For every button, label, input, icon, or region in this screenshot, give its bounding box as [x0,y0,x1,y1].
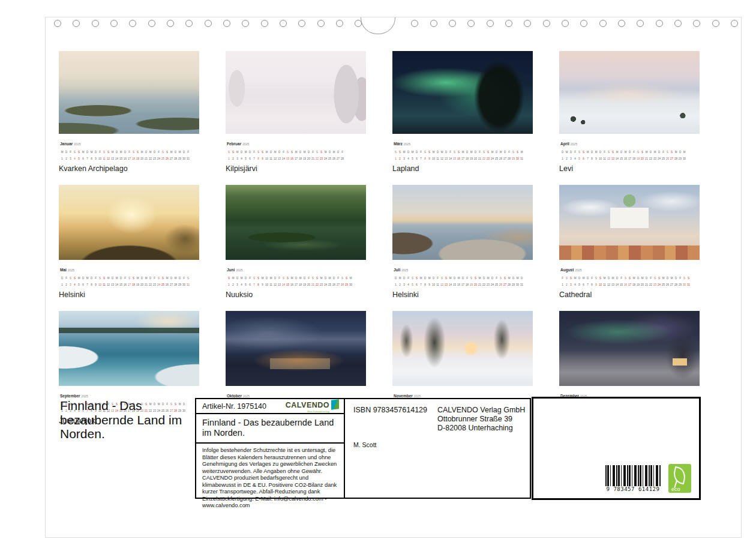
day-numbers: 1234567891011121314151617181920212223242… [227,155,366,161]
binding-hole [449,20,456,27]
product-info-box: Artikel-Nr. 1975140 CALVENDO Mein Kalend… [195,398,531,499]
month-label: Februar [227,142,241,146]
year-label: 2025 [74,142,80,146]
month-label: Januar [60,142,73,146]
month-photo [559,51,700,134]
weekday-letters: MDFSSMDMDFSSMDMDFSSMDMDFSSMDMDF [60,148,199,154]
month-label: Juli [394,268,400,272]
month-caption: Helsinki [392,291,533,299]
isbn-publisher-row: ISBN 9783457614129 CALVENDO Verlag GmbH … [353,406,526,432]
month-photo [226,311,366,386]
year-label: 2025 [236,268,242,272]
mini-calendar-strip: April2025DMDFSSMDMDFSSMDMDFSSMDMDFSSMDM1… [559,137,700,160]
month-caption: Kvarken Archipelago [59,164,199,173]
calvendo-logo: CALVENDO Mein Kalenderverlag [286,399,339,413]
eco-leaf-icon [671,466,688,484]
month-thumbnail-juni: Juni2025SMDMDFSSMDMDFSSMDMDFSSMDMDFSSM12… [226,185,366,299]
author-name: M. Scott [353,441,526,448]
mini-calendar-strip: März2025SSMDMDFSSMDMDFSSMDMDFSSMDMDFSSM1… [392,137,533,160]
day-numbers: 1234567891011121314151617181920212223242… [560,155,700,161]
mini-calendar-strip: Februar2025SSMDMDFSSMDMDFSSMDMDFSSMDMDF1… [226,137,366,160]
day-numbers: 1234567891011121314151617181920212223242… [60,281,199,287]
legal-text: Infolge bestehender Schutzrechte ist es … [196,444,344,513]
day-numbers: 1234567891011121314151617181920212223242… [227,281,366,287]
binding-hole [562,20,569,27]
weekday-letters: SSMDMDFSSMDMDFSSMDMDFSSMDMDF [227,148,366,154]
month-label: August [560,268,574,272]
weekday-letters: DMDFSSMDMDFSSMDMDFSSMDMDFSSMDMD [394,274,533,280]
month-label: Oktober [227,394,242,398]
binding-hole [430,20,437,27]
binding-hole [543,20,550,27]
month-thumbnail-mai: Mai2025DFSSMDMDFSSMDMDFSSMDMDFSSMDMDFS12… [59,185,199,299]
month-thumbnail-august: August2025FSSMDMDFSSMDMDFSSMDMDFSSMDMDFS… [559,185,700,299]
month-label: September [60,394,80,398]
mini-calendar-strip: Januar2025MDFSSMDMDFSSMDMDFSSMDMDFSSMDMD… [59,137,199,160]
binding-hole [280,20,287,27]
year-label: 2025 [68,268,74,272]
weekday-letters: FSSMDMDFSSMDMDFSSMDMDFSSMDMDFSS [560,274,700,280]
binding-hole [148,20,155,27]
binding-hole [674,20,682,27]
year-label: 2025 [571,142,577,146]
barcode-digits: 9 783457 614129 [605,486,661,492]
month-photo [559,311,700,386]
month-caption: Levi [559,164,700,173]
calvendo-flag-icon [331,399,339,409]
binding-hole [205,20,212,27]
day-numbers: 1234567891011121314151617181920212223242… [560,281,700,287]
binding-hole [487,20,494,27]
year-label: 2025 [575,268,581,272]
month-caption: Cathedral [559,291,700,299]
eco-label: eco [671,486,680,492]
box-calendar-title: Finnland - Das bezaubernde Land im Norde… [196,414,344,444]
month-photo [559,185,700,260]
binding-hole [223,20,230,27]
months-row: Januar2025MDFSSMDMDFSSMDMDFSSMDMDFSSMDMD… [59,51,727,173]
month-label: November [394,394,413,398]
article-number: Artikel-Nr. 1975140 [202,402,266,411]
calendar-title: Finnland - Das bezaubernde Land im Norde… [60,399,196,441]
info-right-column: ISBN 9783457614129 CALVENDO Verlag GmbH … [345,399,530,498]
year-label: 2025 [242,142,249,146]
barcode-box: 9 783457 614129 eco [532,397,701,500]
binding-hole [317,20,325,27]
month-photo [226,185,366,260]
month-thumbnail-februar: Februar2025SSMDMDFSSMDMDFSSMDMDFSSMDMDF1… [226,51,366,173]
eco-badge: eco [668,464,691,493]
month-label: Mai [60,268,67,272]
weekday-letters: SMDMDFSSMDMDFSSMDMDFSSMDMDFSSM [227,274,366,280]
month-thumbnail-juli: Juli2025DMDFSSMDMDFSSMDMDFSSMDMDFSSMDMD1… [392,185,533,299]
publisher-name: CALVENDO Verlag GmbH [437,406,525,415]
calvendo-wordmark: CALVENDO [286,401,329,409]
months-grid: Januar2025MDFSSMDMDFSSMDMDFSSMDMDFSSMDMD… [59,51,727,437]
ean-barcode: 9 783457 614129 [605,465,661,492]
month-label: Juni [227,268,235,272]
month-photo [392,311,533,386]
month-thumbnail-märz: März2025SSMDMDFSSMDMDFSSMDMDFSSMDMDFSSM1… [392,51,533,173]
day-numbers: 1234567891011121314151617181920212223242… [60,155,199,161]
publisher-city: D-82008 Unterhaching [437,424,525,433]
binding-hole [167,20,174,27]
binding-hole [110,20,118,27]
mini-calendar-strip: Juli2025DMDFSSMDMDFSSMDMDFSSMDMDFSSMDMD1… [392,263,533,286]
binding-hole [712,20,719,27]
month-thumbnail-april: April2025DMDFSSMDMDFSSMDMDFSSMDMDFSSMDM1… [559,51,700,173]
binding-hole [92,20,99,27]
binding-hole [599,20,607,27]
month-caption: Lapland [392,164,533,173]
publisher-address: CALVENDO Verlag GmbH Ottobrunner Straße … [437,406,525,432]
binding-hole [336,20,343,27]
weekday-letters: DFSSMDMDFSSMDMDFSSMDMDFSSMDMDFS [60,274,199,280]
calvendo-tagline: Mein Kalenderverlag [286,411,329,413]
month-photo [59,51,199,134]
month-photo [392,185,533,260]
binding-hole [618,20,625,27]
month-thumbnail-januar: Januar2025MDFSSMDMDFSSMDMDFSSMDMDFSSMDMD… [59,51,199,173]
month-label: April [560,142,569,146]
weekday-letters: SSMDMDFSSMDMDFSSMDMDFSSMDMDFSSM [394,148,533,154]
mini-calendar-strip: Juni2025SMDMDFSSMDMDFSSMDMDFSSMDMDFSSM12… [226,263,366,286]
isbn: ISBN 9783457614129 [353,406,437,432]
year-label: 2025 [404,142,410,146]
month-photo [59,311,199,386]
